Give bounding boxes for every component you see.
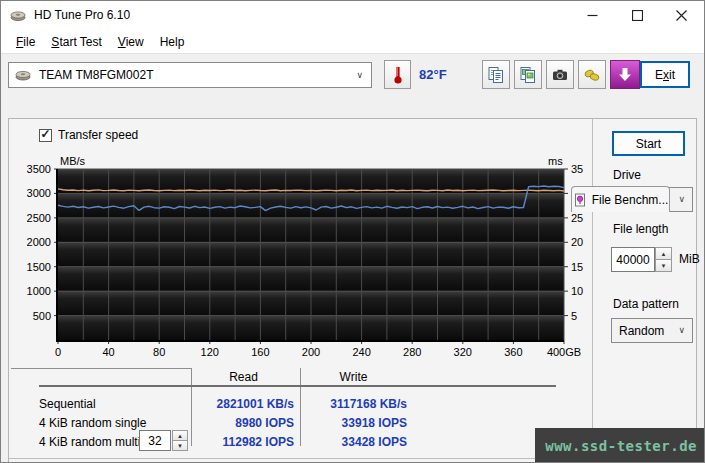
svg-text:80: 80 (153, 346, 165, 358)
svg-text:10: 10 (571, 285, 583, 297)
drive-label: Drive (613, 168, 641, 182)
menu-view[interactable]: View (110, 31, 152, 53)
transfer-speed-option: ✓ Transfer speed (39, 128, 138, 142)
svg-text:3500: 3500 (27, 163, 51, 175)
close-icon (676, 10, 687, 21)
donate-button[interactable] (578, 60, 606, 89)
results-header-underline (39, 385, 556, 387)
exit-label: Exit (655, 68, 675, 82)
file-length-spinner: ▲ ▼ (655, 247, 672, 272)
disk-icon (15, 68, 31, 82)
svg-text:0: 0 (55, 346, 61, 358)
result-row-label: 4 KiB random multi (39, 435, 140, 449)
watermark: www.ssd-tester.de (535, 428, 705, 463)
temperature-button[interactable] (384, 60, 411, 89)
titlebar: HD Tune Pro 6.10 (0, 0, 705, 30)
screenshot-button[interactable] (546, 60, 574, 89)
svg-text:35: 35 (571, 163, 583, 175)
toolbar: TEAM TM8FGM002T ∨ 82°F (0, 53, 705, 93)
svg-text:25: 25 (571, 212, 583, 224)
menu-help[interactable]: Help (152, 31, 193, 53)
tab-label: File Benchm... (592, 193, 669, 207)
random-multi-read-value: 112982 IOPS (179, 435, 294, 449)
svg-text:360: 360 (504, 346, 522, 358)
svg-text:280: 280 (403, 346, 421, 358)
hd-tune-window: HD Tune Pro 6.10 File Start Test View He… (0, 0, 705, 463)
copy-image-button[interactable] (514, 60, 542, 89)
exit-button[interactable]: Exit (640, 61, 690, 88)
save-download-button[interactable] (610, 60, 640, 89)
result-row-label: Sequential (39, 397, 96, 411)
tab-file-benchmark[interactable]: File Benchm... (571, 186, 670, 212)
svg-text:15: 15 (571, 261, 583, 273)
copy-text-button[interactable] (482, 60, 510, 89)
svg-text:320: 320 (454, 346, 472, 358)
svg-text:400GB: 400GB (547, 346, 581, 358)
close-button[interactable] (659, 1, 704, 29)
svg-text:20: 20 (571, 236, 583, 248)
svg-text:MB/s: MB/s (60, 156, 86, 167)
checkmark-icon: ✓ (40, 128, 50, 140)
chevron-down-icon: ∨ (356, 71, 363, 80)
minimize-icon (587, 10, 598, 21)
svg-text:240: 240 (352, 346, 370, 358)
app-disk-icon (10, 7, 26, 23)
random-multi-write-value: 33428 IOPS (291, 435, 407, 449)
data-pattern-label: Data pattern (613, 297, 679, 311)
queue-depth-input[interactable] (139, 430, 171, 451)
hands-icon (583, 66, 601, 84)
window-title: HD Tune Pro 6.10 (34, 0, 130, 30)
sequential-write-value: 3117168 KB/s (291, 397, 407, 411)
start-label: Start (636, 137, 661, 151)
file-length-input[interactable] (611, 247, 655, 272)
results-top-line (11, 368, 192, 369)
tabbar: ◀ Benchmark i Info Health Error (0, 93, 705, 119)
menu-file[interactable]: File (8, 31, 43, 53)
thermometer-icon (393, 64, 403, 85)
svg-text:ms: ms (548, 156, 563, 167)
transfer-speed-checkbox[interactable]: ✓ (39, 129, 52, 142)
panel-divider-vertical (592, 119, 593, 458)
spin-down-button[interactable]: ▼ (655, 260, 672, 272)
svg-text:1500: 1500 (27, 261, 51, 273)
start-button[interactable]: Start (612, 131, 685, 156)
chevron-down-icon: ∨ (678, 195, 685, 204)
svg-text:200: 200 (302, 346, 320, 358)
svg-text:500: 500 (33, 310, 51, 322)
transfer-speed-label: Transfer speed (58, 128, 138, 142)
read-column-header: Read (196, 370, 291, 384)
svg-text:2500: 2500 (27, 212, 51, 224)
device-name: TEAM TM8FGM002T (39, 68, 153, 82)
sequential-read-value: 2821001 KB/s (179, 397, 294, 411)
svg-text:1000: 1000 (27, 285, 51, 297)
write-column-header: Write (306, 370, 401, 384)
svg-text:160: 160 (251, 346, 269, 358)
camera-icon (551, 66, 569, 84)
transfer-speed-chart: 3500300025002000150010005003530252015105… (27, 156, 592, 361)
maximize-icon (632, 10, 643, 21)
file-benchmark-page: ✓ Transfer speed 35003000250020001500100… (8, 118, 697, 463)
svg-text:5: 5 (571, 310, 577, 322)
menubar: File Start Test View Help (0, 30, 705, 53)
random-single-read-value: 8980 IOPS (179, 416, 294, 430)
chevron-down-icon: ∨ (678, 326, 685, 335)
data-pattern-select[interactable]: Random ∨ (611, 318, 693, 343)
panel-divider-horizontal (9, 458, 593, 459)
svg-text:2000: 2000 (27, 236, 51, 248)
device-select[interactable]: TEAM TM8FGM002T ∨ (8, 62, 372, 88)
svg-text:120: 120 (201, 346, 219, 358)
spin-up-button[interactable]: ▲ (655, 247, 672, 260)
svg-text:3000: 3000 (27, 187, 51, 199)
file-benchmark-icon (573, 193, 587, 207)
menu-start-test[interactable]: Start Test (43, 31, 109, 53)
random-single-write-value: 33918 IOPS (291, 416, 407, 430)
data-pattern-value: Random (619, 324, 664, 338)
copy-text-icon (487, 66, 505, 84)
result-row-label: 4 KiB random single (39, 416, 146, 430)
download-arrow-icon (618, 67, 632, 82)
file-length-label: File length (613, 222, 668, 236)
maximize-button[interactable] (615, 1, 660, 29)
minimize-button[interactable] (570, 1, 615, 29)
temperature-value: 82°F (419, 60, 447, 89)
svg-text:40: 40 (102, 346, 114, 358)
